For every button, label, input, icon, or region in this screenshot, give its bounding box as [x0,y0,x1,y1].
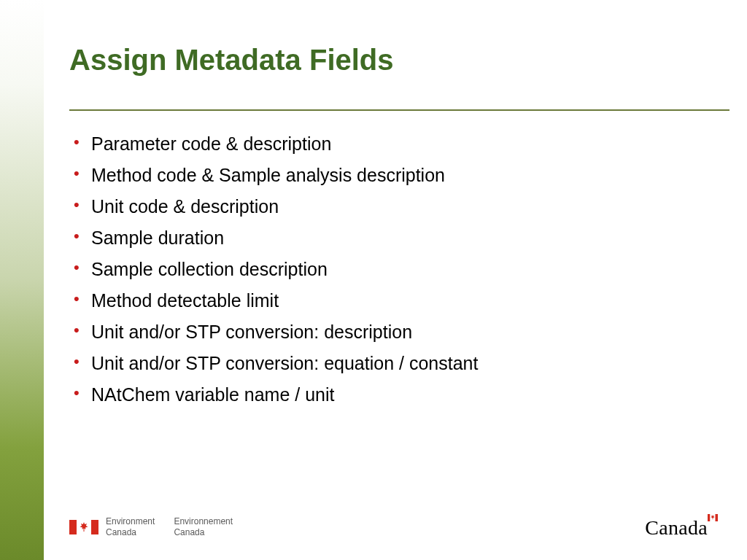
side-gradient [0,0,44,560]
list-item: Unit and/or STP conversion: equation / c… [91,354,478,373]
list-item: Unit and/or STP conversion: description [91,323,478,341]
canada-flag-icon [69,520,98,534]
svg-rect-4 [708,514,711,521]
list-item: Sample collection description [91,260,478,279]
title-divider [69,109,729,111]
page-title: Assign Metadata Fields [69,44,394,77]
list-item: Unit code & description [91,198,478,216]
list-item: Parameter code & description [91,135,478,153]
canada-flag-icon [708,514,718,521]
wordmark-text: Canada [645,516,708,539]
dept-french: Environnement Canada [174,516,233,538]
dept-en-line2: Canada [106,527,155,538]
svg-rect-0 [69,520,77,534]
list-item: Method detectable limit [91,292,478,310]
footer-signature: Environment Canada Environnement Canada [69,516,233,538]
svg-rect-3 [84,528,85,532]
svg-rect-2 [91,520,98,534]
canada-wordmark: Canada [645,516,718,540]
list-item: Method code & Sample analysis descriptio… [91,166,478,184]
dept-en-line1: Environment [106,516,155,527]
list-item: Sample duration [91,229,478,247]
bullet-list: Parameter code & description Method code… [91,135,478,417]
dept-english: Environment Canada [106,516,155,538]
list-item: NAtChem variable name / unit [91,386,478,404]
dept-fr-line1: Environnement [174,516,233,527]
svg-rect-6 [716,514,719,521]
department-signature: Environment Canada Environnement Canada [106,516,233,538]
dept-fr-line2: Canada [174,527,233,538]
